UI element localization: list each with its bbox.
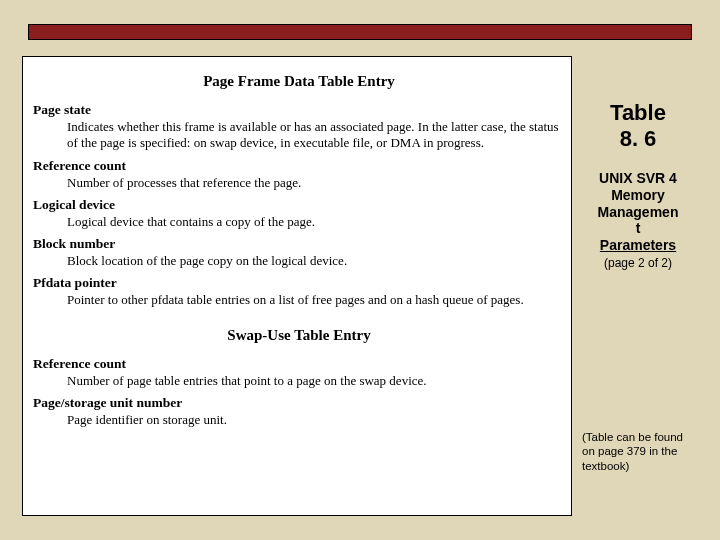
caption-line: Memory bbox=[611, 187, 665, 203]
term: Pfdata pointer bbox=[33, 275, 565, 291]
table-caption: UNIX SVR 4 Memory Managemen t Parameters bbox=[582, 170, 694, 254]
definition-table: Page Frame Data Table Entry Page state I… bbox=[22, 56, 572, 516]
caption-line: Parameters bbox=[600, 237, 676, 253]
page-indicator: (page 2 of 2) bbox=[582, 256, 694, 270]
title-line: 8. 6 bbox=[620, 126, 657, 151]
title-rule bbox=[28, 24, 692, 40]
side-column: Table 8. 6 UNIX SVR 4 Memory Managemen t… bbox=[582, 100, 694, 473]
definition: Pointer to other pfdata table entries on… bbox=[67, 292, 565, 308]
definition: Number of processes that reference the p… bbox=[67, 175, 565, 191]
section-heading-1: Page Frame Data Table Entry bbox=[33, 73, 565, 90]
table-number: Table 8. 6 bbox=[582, 100, 694, 152]
caption-line: Managemen bbox=[598, 204, 679, 220]
definition: Block location of the page copy on the l… bbox=[67, 253, 565, 269]
term: Reference count bbox=[33, 356, 565, 372]
term: Block number bbox=[33, 236, 565, 252]
definition: Logical device that contains a copy of t… bbox=[67, 214, 565, 230]
term: Logical device bbox=[33, 197, 565, 213]
caption-line: UNIX SVR 4 bbox=[599, 170, 677, 186]
section-heading-2: Swap-Use Table Entry bbox=[33, 327, 565, 344]
footnote: (Table can be found on page 379 in the t… bbox=[582, 430, 694, 473]
title-line: Table bbox=[610, 100, 666, 125]
content-area: Page Frame Data Table Entry Page state I… bbox=[22, 56, 698, 522]
term: Page/storage unit number bbox=[33, 395, 565, 411]
definition: Indicates whether this frame is availabl… bbox=[67, 119, 565, 152]
caption-line: t bbox=[636, 220, 641, 236]
definition: Page identifier on storage unit. bbox=[67, 412, 565, 428]
term: Reference count bbox=[33, 158, 565, 174]
definition: Number of page table entries that point … bbox=[67, 373, 565, 389]
term: Page state bbox=[33, 102, 565, 118]
